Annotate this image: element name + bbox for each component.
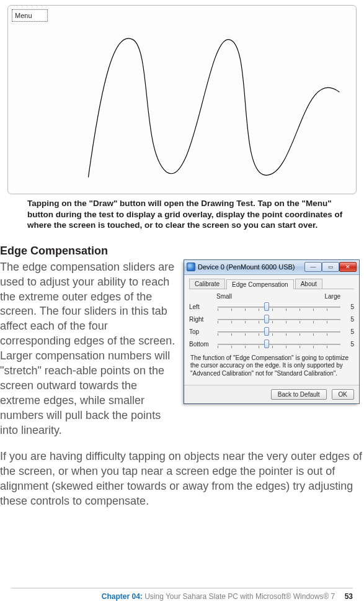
dialog-tabs: Calibrate Edge Compensation About [189, 279, 354, 289]
slider-top[interactable]: Top 5 [189, 327, 354, 337]
tab-edge-compensation[interactable]: Edge Compensation [226, 279, 294, 289]
slider-bottom-label: Bottom [189, 341, 214, 348]
dialog-footer: Back to Default OK [184, 385, 359, 403]
footer-page: 53 [345, 592, 353, 601]
dialog-titlebar: Device 0 (PenMount 6000 USB) — ▭ ✕ [184, 260, 359, 275]
slider-right-value: 5 [344, 316, 354, 323]
edge-compensation-dialog: Device 0 (PenMount 6000 USB) — ▭ ✕ Calib… [184, 260, 359, 404]
dialog-note: The function of "Edge Compensation" is g… [190, 354, 353, 378]
dialog-body: Calibrate Edge Compensation About Small … [184, 275, 359, 385]
slider-bottom[interactable]: Bottom 5 [189, 340, 354, 349]
scale-small-label: Small [216, 293, 232, 300]
slider-right[interactable]: Right 5 [189, 315, 354, 325]
drawing-test-panel: Menu [7, 5, 357, 194]
slider-left-value: 5 [344, 304, 354, 310]
slider-left-label: Left [189, 304, 214, 310]
tab-about[interactable]: About [295, 279, 322, 289]
footer-chapter: Chapter 04: [102, 592, 143, 601]
page-footer: Chapter 04: Using Your Sahara Slate PC w… [11, 588, 353, 601]
slider-top-label: Top [189, 328, 214, 335]
minimize-button[interactable]: — [304, 262, 322, 272]
slider-top-value: 5 [344, 328, 354, 335]
slider-left[interactable]: Left 5 [189, 302, 354, 312]
slider-right-label: Right [189, 316, 214, 323]
slider-bottom-value: 5 [344, 341, 354, 348]
scale-large-label: Large [324, 293, 340, 300]
section-heading: Edge Compensation [0, 245, 357, 258]
paragraph-2: If you are having difficulty tapping on … [0, 449, 364, 509]
tab-calibrate[interactable]: Calibrate [189, 279, 225, 289]
close-button[interactable]: ✕ [339, 262, 357, 272]
app-icon [187, 263, 195, 271]
footer-title: Using Your Sahara Slate PC with Microsof… [143, 592, 335, 601]
ok-button[interactable]: OK [332, 389, 354, 400]
back-to-default-button[interactable]: Back to Default [271, 389, 327, 400]
figure-caption: Tapping on the "Draw" button will open t… [27, 198, 344, 231]
paragraph-1: The edge compensation sliders are used t… [0, 260, 175, 438]
maximize-button[interactable]: ▭ [322, 262, 339, 272]
drawing-stroke [8, 6, 356, 194]
dialog-title: Device 0 (PenMount 6000 USB) [198, 263, 302, 271]
